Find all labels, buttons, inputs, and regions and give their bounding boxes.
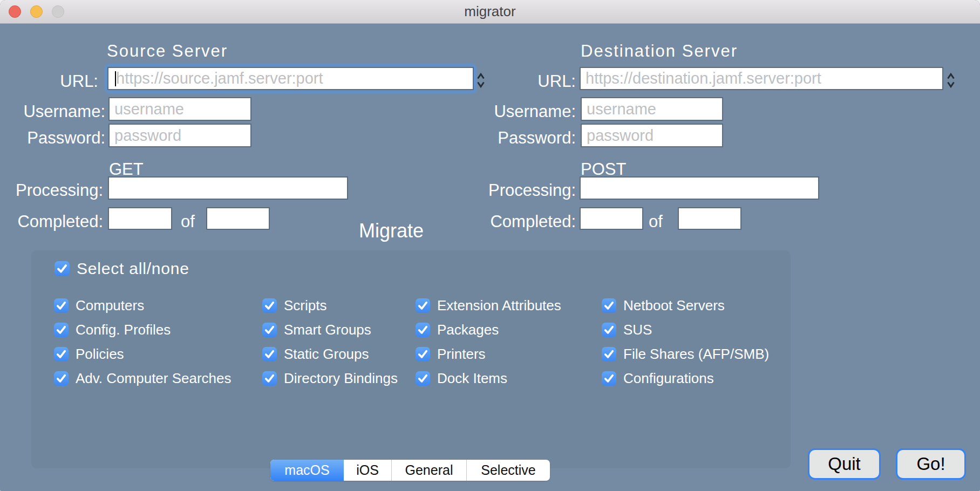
source-processing-input[interactable]	[109, 178, 347, 199]
checkbox-adv-computer-searches[interactable]: Adv. Computer Searches	[54, 371, 232, 386]
checkbox-configurations[interactable]: Configurations	[602, 371, 714, 386]
file-shares-checkbox-box[interactable]	[602, 347, 616, 362]
static-groups-checkbox-box[interactable]	[262, 347, 277, 362]
checkbox-scripts[interactable]: Scripts	[262, 298, 326, 313]
source-url-field[interactable]	[107, 67, 474, 90]
destination-completed-label: Completed:	[473, 212, 576, 231]
tab-selective[interactable]: Selective	[466, 460, 550, 481]
source-processing-field[interactable]	[108, 176, 348, 200]
text-cursor	[115, 71, 116, 86]
destination-processing-field[interactable]	[580, 176, 819, 200]
source-completed-total-input[interactable]	[207, 208, 269, 229]
configurations-checkbox-box[interactable]	[602, 371, 616, 386]
destination-processing-label: Processing:	[473, 181, 576, 200]
checkbox-config-profiles[interactable]: Config. Profiles	[54, 323, 171, 337]
source-username-field[interactable]	[108, 97, 251, 121]
extension-attributes-checkbox-box[interactable]	[416, 298, 430, 313]
destination-username-input[interactable]	[582, 98, 722, 120]
source-processing-label: Processing:	[0, 181, 103, 200]
checkbox-file-shares[interactable]: File Shares (AFP/SMB)	[602, 347, 769, 362]
window-title: migrator	[0, 0, 980, 23]
checkbox-printers[interactable]: Printers	[416, 347, 486, 362]
source-url-focus-ring	[104, 64, 477, 93]
source-server-heading: Source Server	[107, 42, 228, 61]
source-completed-count-input[interactable]	[109, 208, 171, 229]
checkbox-extension-attributes[interactable]: Extension Attributes	[416, 298, 561, 313]
go-button[interactable]: Go!	[896, 448, 966, 480]
checkbox-static-groups[interactable]: Static Groups	[262, 347, 369, 362]
tab-macos[interactable]: macOS	[270, 460, 344, 481]
quit-button[interactable]: Quit	[808, 448, 881, 480]
destination-url-field[interactable]	[580, 67, 943, 90]
checkbox-directory-bindings[interactable]: Directory Bindings	[262, 371, 398, 386]
destination-completed-total-input[interactable]	[679, 208, 740, 229]
source-url-label: URL:	[0, 72, 98, 91]
destination-url-label: URL:	[478, 72, 576, 91]
source-username-label: Username:	[0, 102, 105, 121]
source-password-field[interactable]	[108, 124, 251, 147]
destination-server-heading: Destination Server	[581, 42, 738, 61]
checkbox-packages[interactable]: Packages	[416, 323, 499, 337]
config-profiles-checkbox-box[interactable]	[54, 323, 69, 337]
checkbox-smart-groups[interactable]: Smart Groups	[262, 323, 371, 337]
source-of-label: of	[175, 212, 200, 231]
destination-of-label: of	[643, 212, 668, 231]
packages-checkbox-box[interactable]	[416, 323, 430, 337]
destination-completed-total-field[interactable]	[678, 207, 741, 230]
destination-processing-input[interactable]	[581, 178, 818, 199]
destination-url-stepper[interactable]	[947, 72, 955, 89]
destination-completed-count-input[interactable]	[581, 208, 642, 229]
dock-items-checkbox-box[interactable]	[416, 371, 430, 386]
destination-password-input[interactable]	[582, 125, 722, 146]
checkbox-computers[interactable]: Computers	[54, 298, 144, 313]
source-completed-count-field[interactable]	[108, 207, 172, 230]
titlebar: migrator	[0, 0, 980, 24]
select-all-checkbox-box[interactable]	[55, 261, 70, 276]
smart-groups-checkbox-box[interactable]	[262, 323, 277, 337]
tab-ios[interactable]: iOS	[344, 460, 391, 481]
source-completed-total-field[interactable]	[206, 207, 270, 230]
destination-username-field[interactable]	[581, 97, 723, 121]
checkbox-select-all[interactable]: Select all/none	[55, 261, 189, 276]
directory-bindings-checkbox-box[interactable]	[262, 371, 277, 386]
source-password-label: Password:	[0, 128, 105, 148]
printers-checkbox-box[interactable]	[416, 347, 430, 362]
source-url-input[interactable]	[108, 68, 473, 89]
computers-checkbox-box[interactable]	[54, 298, 69, 313]
app-window: migrator Source Server URL: Username: Pa…	[0, 0, 980, 491]
destination-url-input[interactable]	[581, 68, 942, 89]
source-password-input[interactable]	[110, 125, 250, 146]
destination-password-field[interactable]	[581, 124, 723, 147]
destination-completed-count-field[interactable]	[580, 207, 643, 230]
tab-general[interactable]: General	[391, 460, 466, 481]
netboot-servers-checkbox-box[interactable]	[602, 298, 616, 313]
sus-checkbox-box[interactable]	[602, 323, 616, 337]
checkbox-netboot-servers[interactable]: Netboot Servers	[602, 298, 725, 313]
checkbox-sus[interactable]: SUS	[602, 323, 652, 337]
platform-tabs: macOS iOS General Selective	[270, 460, 550, 481]
destination-username-label: Username:	[471, 102, 576, 121]
scripts-checkbox-box[interactable]	[262, 298, 277, 313]
checkbox-dock-items[interactable]: Dock Items	[416, 371, 507, 386]
source-completed-label: Completed:	[0, 212, 103, 231]
migrate-heading: Migrate	[359, 220, 424, 242]
destination-password-label: Password:	[471, 128, 576, 148]
policies-checkbox-box[interactable]	[54, 347, 69, 362]
source-username-input[interactable]	[110, 98, 250, 120]
checkbox-policies[interactable]: Policies	[54, 347, 124, 362]
adv-computer-searches-checkbox-box[interactable]	[54, 371, 69, 386]
select-all-label: Select all/none	[77, 260, 189, 278]
